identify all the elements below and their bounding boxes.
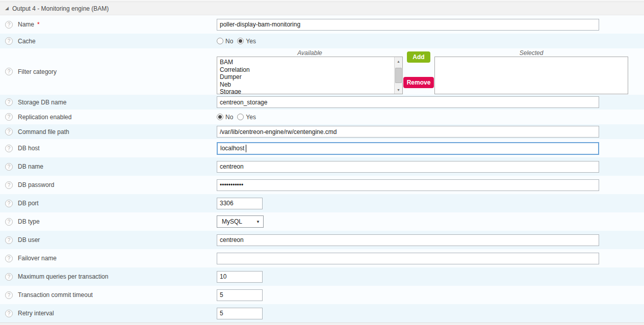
row-field (217, 249, 644, 267)
form-row-replication: ? Replication enabled No Yes (0, 110, 644, 124)
list-option-neb[interactable]: Neb (220, 81, 394, 89)
scroll-down-icon[interactable]: ▼ (395, 86, 402, 94)
form-row-commit-timeout: ? Transaction commit timeout (0, 286, 644, 304)
available-listbox[interactable]: BAM Correlation Dumper Neb Storage ▲ ▼ (217, 57, 403, 94)
cache-radio-yes-label[interactable]: Yes (246, 38, 256, 45)
available-caption: Available (217, 49, 403, 57)
row-field: Available BAM Correlation Dumper Neb Sto… (217, 48, 644, 95)
storage-db-name-input[interactable] (217, 96, 599, 108)
available-options: BAM Correlation Dumper Neb Storage (217, 57, 394, 94)
row-label: ? Filter category (0, 48, 217, 95)
db-type-select[interactable]: MySQL ▼ (217, 215, 264, 228)
row-label: ? Name * (0, 15, 217, 34)
text-caret (246, 145, 246, 152)
list-option-storage[interactable]: Storage (220, 88, 394, 94)
help-icon[interactable]: ? (5, 310, 13, 317)
field-label-filter-category: Filter category (18, 68, 57, 75)
db-host-input-wrapper (217, 142, 599, 155)
form-row-filter-category: ? Filter category Available BAM Correlat… (0, 48, 644, 95)
collapse-toggle-icon[interactable]: ◢ (5, 6, 9, 11)
scrollbar-track[interactable] (395, 65, 402, 86)
help-icon[interactable]: ? (5, 98, 13, 106)
help-icon[interactable]: ? (5, 163, 13, 171)
form-row-db-name: ? DB name (0, 157, 644, 176)
chevron-down-icon: ▼ (256, 220, 260, 224)
form-row-failover-name: ? Failover name (0, 249, 644, 267)
help-icon[interactable]: ? (5, 236, 13, 244)
form-row-cache: ? Cache No Yes (0, 34, 644, 48)
row-field (217, 15, 644, 34)
replication-radio-group: No Yes (217, 114, 260, 121)
form-row-name: ? Name * (0, 15, 644, 34)
help-icon[interactable]: ? (5, 218, 13, 226)
help-icon[interactable]: ? (5, 128, 13, 136)
db-name-input[interactable] (217, 161, 599, 173)
list-option-dumper[interactable]: Dumper (220, 73, 394, 81)
row-label: ? Storage DB name (0, 95, 217, 110)
field-label-max-queries: Maximum queries per transaction (18, 273, 108, 280)
available-list-scrollbar[interactable]: ▲ ▼ (394, 57, 402, 94)
name-input[interactable] (217, 19, 599, 31)
replication-radio-yes[interactable] (237, 114, 244, 120)
help-icon[interactable]: ? (5, 37, 13, 45)
form-row-db-type: ? DB type MySQL ▼ (0, 212, 644, 231)
remove-button[interactable]: Remove (403, 77, 434, 88)
failover-name-input[interactable] (217, 253, 599, 264)
row-field (217, 194, 644, 212)
help-icon[interactable]: ? (5, 113, 13, 121)
cache-radio-yes[interactable] (237, 38, 244, 44)
section-title: Output 4 - Monitoring engine (BAM) (12, 5, 109, 12)
row-field (217, 304, 644, 322)
command-file-path-input[interactable] (217, 126, 599, 138)
row-label: ? DB type (0, 212, 217, 231)
row-field (217, 95, 644, 110)
db-password-input[interactable] (217, 179, 599, 191)
row-field: MySQL ▼ (217, 212, 644, 231)
selected-listbox[interactable] (434, 57, 628, 94)
form-row-max-queries: ? Maximum queries per transaction (0, 267, 644, 286)
db-host-input[interactable] (217, 142, 599, 155)
form-row-db-host: ? DB host (0, 139, 644, 157)
cache-radio-no[interactable] (217, 38, 223, 44)
row-field (217, 176, 644, 194)
db-user-input[interactable] (217, 234, 599, 246)
row-field: No Yes (217, 110, 644, 124)
replication-radio-no[interactable] (217, 114, 223, 120)
field-label-db-user: DB user (18, 236, 40, 243)
cache-radio-no-label[interactable]: No (225, 38, 233, 45)
replication-radio-yes-label[interactable]: Yes (246, 114, 256, 121)
row-field (217, 231, 644, 249)
help-icon[interactable]: ? (5, 68, 13, 75)
section-header[interactable]: ◢ Output 4 - Monitoring engine (BAM) (0, 2, 644, 15)
row-field (217, 267, 644, 286)
replication-radio-no-label[interactable]: No (225, 114, 233, 121)
field-label-replication: Replication enabled (18, 114, 71, 121)
help-icon[interactable]: ? (5, 255, 13, 262)
help-icon[interactable]: ? (5, 21, 13, 29)
selected-column: Selected (434, 49, 628, 94)
retry-interval-input[interactable] (217, 308, 263, 319)
list-option-bam[interactable]: BAM (220, 59, 394, 66)
add-button[interactable]: Add (407, 51, 430, 63)
field-label-db-password: DB password (18, 181, 54, 188)
dual-list-buttons: Add Remove (403, 49, 434, 88)
row-label: ? Cache (0, 34, 217, 48)
help-icon[interactable]: ? (5, 291, 13, 299)
help-icon[interactable]: ? (5, 181, 13, 189)
row-label: ? Replication enabled (0, 110, 217, 124)
form-row-retry-interval: ? Retry interval (0, 304, 644, 322)
commit-timeout-input[interactable] (217, 289, 263, 301)
list-option-correlation[interactable]: Correlation (220, 66, 394, 74)
help-icon[interactable]: ? (5, 200, 13, 207)
max-queries-input[interactable] (217, 271, 263, 283)
help-icon[interactable]: ? (5, 273, 13, 281)
help-icon[interactable]: ? (5, 145, 13, 152)
field-label-name: Name (18, 21, 34, 28)
row-label: ? Command file path (0, 124, 217, 139)
db-type-selected-value: MySQL (222, 218, 242, 225)
scroll-up-icon[interactable]: ▲ (395, 57, 402, 65)
form-row-db-password: ? DB password (0, 176, 644, 194)
row-field (217, 157, 644, 176)
db-port-input[interactable] (217, 198, 263, 209)
scrollbar-thumb[interactable] (395, 68, 402, 83)
